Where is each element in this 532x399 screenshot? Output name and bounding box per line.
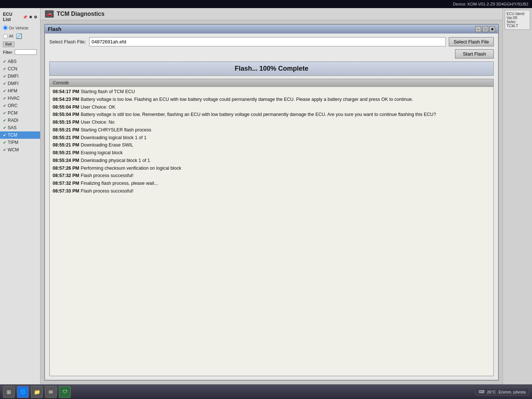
console-timestamp: 08:57:32 PM [53, 181, 79, 186]
ecu-list-title: ECU List [3, 12, 21, 22]
radio-all[interactable]: All [3, 34, 13, 39]
console-line: 08:55:15 PMUser Choice: No [53, 119, 490, 126]
taskbar-start-btn[interactable]: ⊞ [3, 386, 15, 398]
console-line: 08:55:21 PMDownloading Erase SWIL [53, 142, 490, 149]
tcm-icon: 🚗 [45, 10, 54, 18]
console-line: 08:55:04 PMUser Choice: OK [53, 104, 490, 111]
ecu-check-icon: ✔ [3, 148, 6, 152]
console-message: User Choice: No [81, 120, 114, 125]
console-line: 08:55:21 PMErasing logical block [53, 149, 490, 156]
ecu-check-icon: ✔ [3, 74, 6, 79]
progress-text: Flash... 100% Complete [235, 65, 308, 72]
console-message: Downloading Erase SWIL [81, 142, 133, 148]
taskbar-edge-btn[interactable]: 🌐 [17, 386, 29, 398]
console-timestamp: 08:55:21 PM [53, 142, 79, 148]
select-flash-file-button[interactable]: Select Flash File [449, 37, 494, 46]
console-message: Flash process successful! [81, 188, 133, 194]
console-message: Battery voltage is too low. Flashing an … [81, 97, 413, 102]
file-label: Select Flash File: [49, 39, 86, 45]
taskbar-shield-btn[interactable]: 🛡 [59, 386, 71, 398]
ecu-item-tcm[interactable]: ✔TCM [0, 131, 40, 139]
ecu-item-pcm[interactable]: ✔PCM [0, 109, 40, 117]
console-message: Finalizing flash process, please wait... [81, 181, 158, 186]
console-line: 08:55:04 PMBattery voltage is still too … [53, 111, 490, 118]
ecu-check-icon: ✔ [3, 67, 6, 71]
console-area: Console 08:54:17 PMStarting flash of TCM… [49, 79, 494, 376]
flash-dialog-content: Select Flash File: Select Flash File Sta… [45, 33, 498, 380]
sidebar-toolbar: Refr [0, 40, 40, 48]
console-message: Battery voltage is still too low. Rememb… [81, 112, 436, 117]
console-timestamp: 08:57:33 PM [53, 188, 79, 194]
console-message: User Choice: OK [81, 105, 115, 110]
ecu-item-label: CCN [8, 66, 17, 71]
console-line: 08:57:32 PMFinalizing flash process, ple… [53, 180, 490, 187]
console-header: Console [50, 79, 493, 87]
dialog-maximize-btn[interactable]: □ [482, 26, 488, 32]
ecu-identity-selec: Selec [507, 20, 528, 24]
ecu-item-hfm[interactable]: ✔HFM [0, 87, 40, 95]
start-flash-row: Start Flash [49, 49, 494, 59]
ecu-item-dmfi[interactable]: ✔DMFI [0, 80, 40, 87]
ecu-identity-tcm: TCM-T [507, 24, 528, 28]
console-message: Flash process successful! [81, 173, 133, 178]
right-panel: ECU Identi Var:09 Selec TCM-T [503, 8, 532, 384]
ecu-item-tipm[interactable]: ✔TIPM [0, 139, 40, 146]
content-area: 🚗 TCM Diagnostics Flash – □ ✖ Select Fla… [40, 8, 503, 384]
taskbar-mail-btn[interactable]: ✉ [45, 386, 57, 398]
console-line: 08:57:33 PMFlash process successful! [53, 188, 490, 195]
ecu-item-label: TIPM [8, 140, 18, 145]
progress-area: Flash... 100% Complete [49, 61, 494, 76]
start-flash-button[interactable]: Start Flash [455, 49, 494, 59]
ecu-item-ccn[interactable]: ✔CCN [0, 65, 40, 73]
system-tray: ⌨ 26°C Enimm. pilvista [475, 388, 529, 396]
ecu-item-radi[interactable]: ✔RADI [0, 117, 40, 124]
ecu-item-hvac[interactable]: ✔HVAC [0, 95, 40, 102]
flash-dialog: Flash – □ ✖ Select Flash File: Select Fl… [44, 24, 499, 381]
ecu-item-label: SAS [8, 125, 17, 130]
ecu-identity-var: Var:09 [507, 16, 528, 20]
ecu-list: ✔ABS✔CCN✔DMFI✔DMFI✔HFM✔HVAC✔ORC✔PCM✔RADI… [0, 58, 40, 153]
ecu-item-abs[interactable]: ✔ABS [0, 58, 40, 65]
filter-input[interactable] [15, 49, 37, 55]
sidebar-header: ECU List 📌 ✖ ⚙ [0, 10, 40, 24]
ecu-identity-box: ECU Identi Var:09 Selec TCM-T [505, 10, 530, 30]
console-timestamp: 08:57:32 PM [53, 173, 79, 178]
ecu-check-icon: ✔ [3, 133, 6, 138]
console-message: Starting flash of TCM ECU [81, 89, 135, 94]
console-line: 08:55:24 PMDownloading physical block 1 … [53, 157, 490, 164]
ecu-item-orc[interactable]: ✔ORC [0, 102, 40, 109]
ecu-item-wcm[interactable]: ✔WCM [0, 146, 40, 153]
console-timestamp: 08:57:26 PM [53, 166, 79, 171]
console-timestamp: 08:54:17 PM [53, 89, 79, 94]
ecu-check-icon: ✔ [3, 81, 6, 86]
taskbar-folder-btn[interactable]: 📁 [31, 386, 43, 398]
console-timestamp: 08:55:04 PM [53, 112, 79, 117]
top-bar: Device: KOM-V01-2-Z9 3D4GGH/Y/91/B2 [0, 0, 532, 8]
ecu-item-label: PCM [8, 110, 18, 116]
sidebar-icon-settings[interactable]: ⚙ [34, 15, 37, 19]
file-input[interactable] [89, 37, 446, 46]
ecu-item-dmfi[interactable]: ✔DMFI [0, 73, 40, 80]
taskbar-right: ⌨ 26°C Enimm. pilvista [475, 388, 529, 396]
temperature-display: 26°C Enimm. pilvista [487, 390, 526, 394]
sidebar-icon-pin: 📌 [23, 15, 27, 19]
tcm-title: TCM Diagnostics [57, 11, 105, 17]
console-content[interactable]: 08:54:17 PMStarting flash of TCM ECU08:5… [50, 87, 493, 376]
console-message: Erasing logical block [81, 150, 123, 155]
dialog-minimize-btn[interactable]: – [475, 26, 481, 32]
dialog-close-btn[interactable]: ✖ [489, 26, 495, 32]
ecu-item-sas[interactable]: ✔SAS [0, 124, 40, 131]
device-info: Device: KOM-V01-2-Z9 3D4GGH/Y/91/B2 [453, 2, 528, 6]
ecu-check-icon: ✔ [3, 118, 6, 123]
sidebar-icon-close[interactable]: ✖ [29, 15, 32, 19]
console-timestamp: 08:55:21 PM [53, 135, 79, 140]
ecu-item-label: WCM [8, 147, 19, 152]
console-message: Downloading logical block 1 of 1 [81, 135, 147, 140]
refr-button[interactable]: Refr [3, 42, 14, 47]
console-line: 08:54:17 PMStarting flash of TCM ECU [53, 88, 490, 95]
file-select-row: Select Flash File: Select Flash File [49, 37, 494, 46]
radio-on-vehicle[interactable]: On Vehicle [3, 25, 28, 30]
ecu-check-icon: ✔ [3, 59, 6, 64]
main-container: ECU List 📌 ✖ ⚙ On Vehicle All 🔄 Refr Fil… [0, 8, 532, 384]
console-timestamp: 08:55:24 PM [53, 158, 79, 163]
